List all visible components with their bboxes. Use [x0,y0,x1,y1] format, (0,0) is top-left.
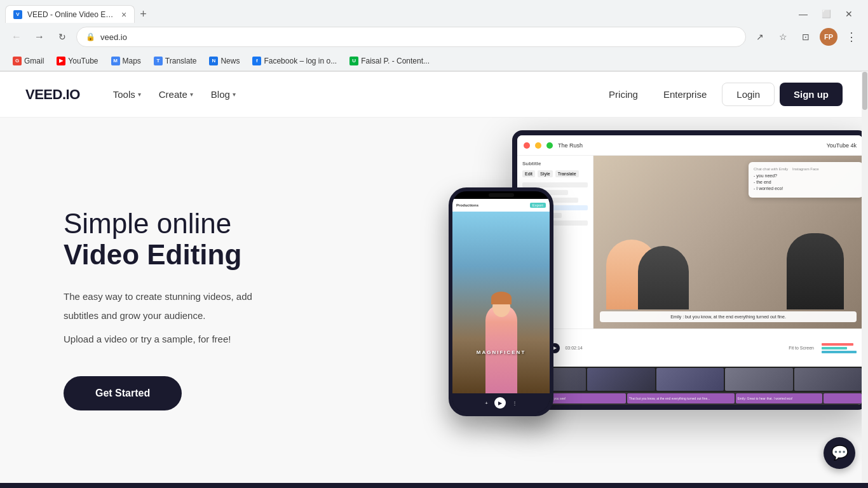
gmail-favicon: G [13,57,22,65]
facebook-favicon: f [252,57,261,65]
phone-screen: Productions Export MAGNIFICENT [452,191,550,412]
nav-create[interactable]: Create ▾ [151,84,201,105]
chat-icon: 💬 [831,445,848,461]
chrome-menu-button[interactable]: ⋮ [843,28,860,46]
browser-chrome: V VEED - Online Video Editor - Vid... × … [0,0,868,72]
phone-mockup: Productions Export MAGNIFICENT [449,187,553,416]
bookmark-faisal[interactable]: U Faisal P. - Content... [344,55,435,67]
tablet-timeline: Add Media ▶ 03:02:14 Fit to Screen [517,329,863,367]
back-button[interactable]: ← [8,28,25,46]
tablet-subtitle-chips: Emily that it would help you see! That b… [517,392,863,405]
login-button[interactable]: Login [722,83,775,106]
lock-icon: 🔒 [86,32,95,41]
bookmark-faisal-label: Faisal P. - Content... [361,57,430,65]
nav-links: Tools ▾ Create ▾ Blog ▾ [105,84,599,105]
bookmarks-bar: G Gmail ▶ YouTube M Maps T Translate N N… [0,51,868,71]
close-window-button[interactable]: ✕ [840,5,858,23]
hero-title-light: Simple online [64,208,330,239]
nav-pricing[interactable]: Pricing [599,84,648,105]
nav-blog-label: Blog [211,89,230,100]
hero-section: Simple online Video Editing The easy way… [0,118,868,488]
nav-blog[interactable]: Blog ▾ [203,84,243,105]
hero-device-mockups: The Rush YouTube 4k Subtitle Edit Style … [436,130,868,486]
bookmark-maps[interactable]: M Maps [106,55,146,67]
scrollbar-thumb[interactable] [862,72,867,110]
tablet-body: Subtitle Edit Style Translate [517,156,863,329]
nav-create-label: Create [159,89,187,100]
hero-title-bold: Video Editing [64,240,330,270]
chat-button[interactable]: 💬 [824,437,855,469]
bookmark-translate[interactable]: T Translate [149,55,202,67]
site-logo[interactable]: VEED.IO [25,86,80,103]
bookmark-gmail-label: Gmail [24,57,44,65]
browser-actions: ↗ ☆ ⊡ FP ⋮ [751,28,860,46]
bookmark-facebook[interactable]: f Facebook – log in o... [247,55,342,67]
hero-description-line1: The easy way to create stunning videos, … [64,289,330,304]
tablet-screen: The Rush YouTube 4k Subtitle Edit Style … [517,135,863,405]
tab-title: VEED - Online Video Editor - Vid... [27,10,116,19]
bookmark-gmail[interactable]: G Gmail [8,55,49,67]
bookmark-facebook-label: Facebook – log in o... [264,57,337,65]
youtube-favicon: ▶ [57,57,65,65]
tablet-main-area: Chat chat with Emily Instagram Face - yo… [593,156,863,329]
maps-favicon: M [111,57,120,65]
bookmark-news[interactable]: N News [204,55,245,67]
maximize-button[interactable]: ⬜ [817,5,835,23]
nav-right: Pricing Enterprise Login Sign up [599,83,843,106]
website-content: VEED.IO Tools ▾ Create ▾ Blog ▾ Pricing … [0,72,868,488]
tab-favicon: V [13,10,22,19]
browser-tab-bar: V VEED - Online Video Editor - Vid... × … [0,0,868,23]
hero-sub-description: Upload a video or try a sample, for free… [64,334,330,344]
blog-chevron-icon: ▾ [233,91,236,98]
tablet-topbar: The Rush YouTube 4k [517,135,863,156]
new-tab-button[interactable]: + [135,8,152,21]
browser-controls: ← → ↻ 🔒 veed.io ↗ ☆ ⊡ FP ⋮ [0,23,868,51]
nav-enterprise[interactable]: Enterprise [653,84,717,105]
bookmark-youtube[interactable]: ▶ YouTube [51,55,103,67]
address-bar[interactable]: 🔒 veed.io [76,27,746,47]
tablet-subtitle-text: Emily : but you know, at the end everyth… [600,311,857,322]
phone-text-overlay: MAGNIFICENT [452,349,550,355]
create-chevron-icon: ▾ [190,91,193,98]
share-button[interactable]: ↗ [751,28,769,46]
hero-content: Simple online Video Editing The easy way… [64,208,330,410]
tablet-mockup: The Rush YouTube 4k Subtitle Edit Style … [512,130,868,410]
bookmark-youtube-label: YouTube [68,57,98,65]
forward-button[interactable]: → [31,28,48,46]
tablet-title: The Rush [558,142,583,149]
page-scrollbar[interactable] [862,71,868,488]
address-text: veed.io [100,32,127,42]
news-favicon: N [209,57,218,65]
bottom-bar [0,483,868,488]
browser-tab-active[interactable]: V VEED - Online Video Editor - Vid... × [5,5,135,23]
minimize-button[interactable]: — [794,5,812,23]
signup-button[interactable]: Sign up [780,83,843,106]
translate-favicon: T [154,57,163,65]
get-started-button[interactable]: Get Started [64,376,182,410]
nav-tools[interactable]: Tools ▾ [105,84,149,105]
split-view-button[interactable]: ⊡ [797,28,815,46]
bookmark-button[interactable]: ☆ [774,28,792,46]
refresh-button[interactable]: ↻ [53,28,71,46]
bookmark-translate-label: Translate [165,57,197,65]
hero-description-line2: subtitles and grow your audience. [64,308,330,323]
bookmark-news-label: News [220,57,240,65]
tablet-thumbnail-strip [517,367,863,392]
tools-chevron-icon: ▾ [138,91,141,98]
tablet-platform: YouTube 4k [827,142,857,149]
nav-tools-label: Tools [113,89,135,100]
faisal-favicon: U [349,57,358,65]
bookmark-maps-label: Maps [123,57,141,65]
tab-close-button[interactable]: × [121,10,126,20]
profile-button[interactable]: FP [820,28,837,46]
site-nav: VEED.IO Tools ▾ Create ▾ Blog ▾ Pricing … [0,72,868,118]
